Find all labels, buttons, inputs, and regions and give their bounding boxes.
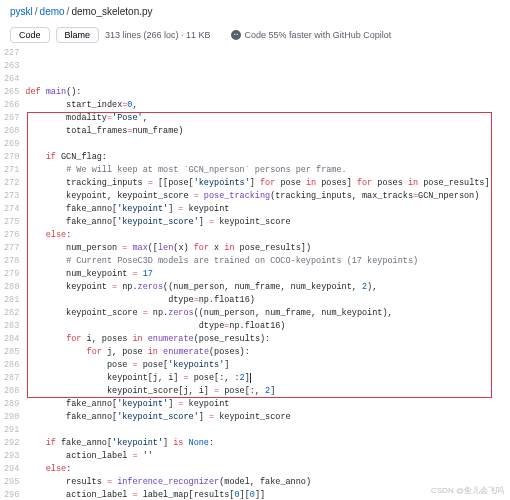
code-line[interactable]: start_index=0, xyxy=(25,99,510,112)
file-meta: 313 lines (266 loc) · 11 KB xyxy=(105,30,211,40)
copilot-promo[interactable]: Code 55% faster with GitHub Copilot xyxy=(231,30,392,40)
blame-tab[interactable]: Blame xyxy=(56,27,100,43)
watermark: CSDN @鱼儿会飞吗 xyxy=(431,485,504,496)
file-toolbar: Code Blame 313 lines (266 loc) · 11 KB C… xyxy=(0,23,510,47)
code-line[interactable]: def main(): xyxy=(25,86,510,99)
bc-root[interactable]: pyskl xyxy=(10,6,33,17)
highlight-box xyxy=(27,112,492,398)
code-line[interactable]: if fake_anno['keypoint'] is None: xyxy=(25,437,510,450)
code-line[interactable]: else: xyxy=(25,463,510,476)
code-tab[interactable]: Code xyxy=(10,27,50,43)
code-line[interactable]: fake_anno['keypoint_score'] = keypoint_s… xyxy=(25,411,510,424)
breadcrumb: pyskl/demo/demo_skeleton.py xyxy=(0,0,510,23)
code-viewer: 2272632642652662672682692702712722732742… xyxy=(0,47,510,500)
code-line[interactable]: fake_anno['keypoint'] = keypoint xyxy=(25,398,510,411)
bc-file: demo_skeleton.py xyxy=(71,6,152,17)
source-pane[interactable]: def main(): start_index=0, modality='Pos… xyxy=(25,47,510,500)
line-gutter: 2272632642652662672682692702712722732742… xyxy=(0,47,25,500)
code-line[interactable]: action_label = '' xyxy=(25,450,510,463)
copilot-icon xyxy=(231,30,241,40)
copilot-label: Code 55% faster with GitHub Copilot xyxy=(245,30,392,40)
bc-folder[interactable]: demo xyxy=(40,6,65,17)
code-line[interactable] xyxy=(25,424,510,437)
